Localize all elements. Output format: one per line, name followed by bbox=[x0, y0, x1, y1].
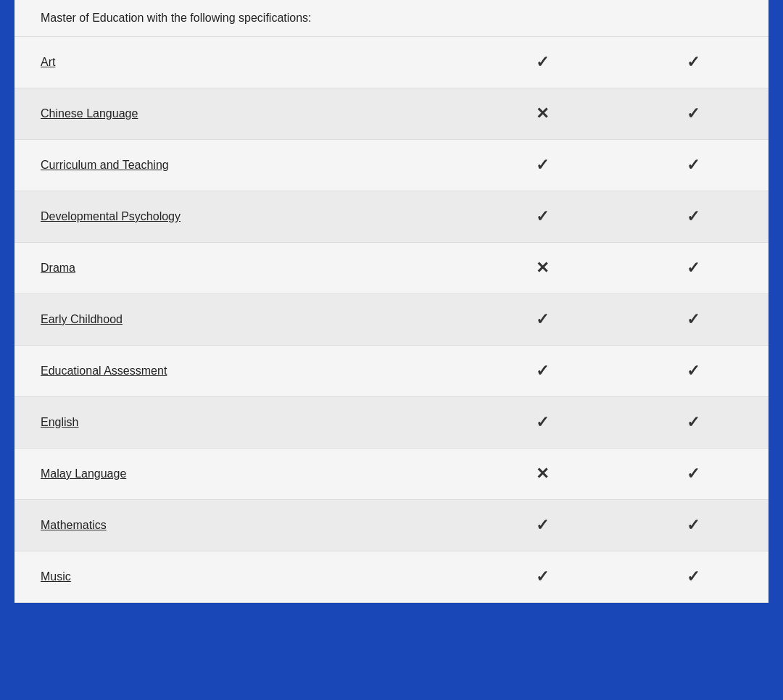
spec-link[interactable]: English bbox=[41, 416, 78, 428]
check-icon: ✓ bbox=[536, 310, 549, 328]
spec-link[interactable]: Art bbox=[41, 56, 55, 68]
check-icon: ✓ bbox=[536, 516, 549, 534]
spec-name-cell: Curriculum and Teaching bbox=[14, 140, 467, 191]
spec-link[interactable]: Music bbox=[41, 570, 71, 583]
check-icon: ✓ bbox=[536, 413, 549, 431]
col1-cell: ✓ bbox=[467, 551, 618, 603]
check-icon: ✓ bbox=[687, 53, 700, 71]
table-row: Art✓✓ bbox=[14, 37, 768, 88]
spec-name-cell: Music bbox=[14, 551, 467, 603]
check-icon: ✓ bbox=[687, 413, 700, 431]
check-icon: ✓ bbox=[536, 207, 549, 225]
spec-link[interactable]: Mathematics bbox=[41, 519, 107, 531]
cross-icon: ✕ bbox=[536, 464, 549, 483]
col1-cell: ✓ bbox=[467, 500, 618, 551]
check-icon: ✓ bbox=[687, 464, 700, 483]
spec-link[interactable]: Educational Assessment bbox=[41, 364, 167, 377]
col2-cell: ✓ bbox=[618, 500, 768, 551]
spec-name-cell: Art bbox=[14, 37, 467, 88]
table-row: Educational Assessment✓✓ bbox=[14, 346, 768, 397]
spec-name-cell: Developmental Psychology bbox=[14, 191, 467, 243]
table-row: Chinese Language✕✓ bbox=[14, 88, 768, 140]
spec-link[interactable]: Early Childhood bbox=[41, 313, 123, 325]
table-row: English✓✓ bbox=[14, 397, 768, 449]
col2-cell: ✓ bbox=[618, 551, 768, 603]
col1-cell: ✕ bbox=[467, 88, 618, 140]
check-icon: ✓ bbox=[536, 567, 549, 586]
col1-cell: ✓ bbox=[467, 37, 618, 88]
col2-cell: ✓ bbox=[618, 294, 768, 346]
table-row: Music✓✓ bbox=[14, 551, 768, 603]
col2-cell: ✓ bbox=[618, 37, 768, 88]
col1-cell: ✓ bbox=[467, 346, 618, 397]
check-icon: ✓ bbox=[536, 53, 549, 71]
spec-name-cell: English bbox=[14, 397, 467, 449]
spec-name-cell: Mathematics bbox=[14, 500, 467, 551]
col2-cell: ✓ bbox=[618, 191, 768, 243]
col2-cell: ✓ bbox=[618, 397, 768, 449]
table-row: Mathematics✓✓ bbox=[14, 500, 768, 551]
check-icon: ✓ bbox=[687, 207, 700, 225]
check-icon: ✓ bbox=[687, 516, 700, 534]
col2-cell: ✓ bbox=[618, 140, 768, 191]
spec-name-cell: Early Childhood bbox=[14, 294, 467, 346]
header-text: Master of Education with the following s… bbox=[41, 12, 312, 24]
check-icon: ✓ bbox=[687, 156, 700, 174]
table-row: Malay Language✕✓ bbox=[14, 449, 768, 500]
cross-icon: ✕ bbox=[536, 104, 549, 122]
col1-cell: ✓ bbox=[467, 140, 618, 191]
check-icon: ✓ bbox=[687, 104, 700, 122]
col2-cell: ✓ bbox=[618, 243, 768, 294]
spec-link[interactable]: Malay Language bbox=[41, 467, 126, 480]
spec-name-cell: Chinese Language bbox=[14, 88, 467, 140]
check-icon: ✓ bbox=[687, 567, 700, 586]
col1-cell: ✕ bbox=[467, 449, 618, 500]
col1-cell: ✓ bbox=[467, 191, 618, 243]
col2-cell: ✓ bbox=[618, 346, 768, 397]
col1-cell: ✓ bbox=[467, 294, 618, 346]
spec-link[interactable]: Developmental Psychology bbox=[41, 210, 181, 222]
col1-cell: ✓ bbox=[467, 397, 618, 449]
check-icon: ✓ bbox=[687, 259, 700, 277]
check-icon: ✓ bbox=[536, 362, 549, 380]
spec-name-cell: Malay Language bbox=[14, 449, 467, 500]
spec-link[interactable]: Curriculum and Teaching bbox=[41, 159, 169, 171]
check-icon: ✓ bbox=[687, 310, 700, 328]
specifications-table: Art✓✓Chinese Language✕✓Curriculum and Te… bbox=[14, 37, 768, 603]
table-row: Developmental Psychology✓✓ bbox=[14, 191, 768, 243]
cross-icon: ✕ bbox=[536, 259, 549, 277]
table-row: Curriculum and Teaching✓✓ bbox=[14, 140, 768, 191]
check-icon: ✓ bbox=[687, 362, 700, 380]
header-section: Master of Education with the following s… bbox=[14, 0, 768, 37]
spec-name-cell: Drama bbox=[14, 243, 467, 294]
spec-link[interactable]: Chinese Language bbox=[41, 107, 138, 120]
col1-cell: ✕ bbox=[467, 243, 618, 294]
spec-name-cell: Educational Assessment bbox=[14, 346, 467, 397]
table-row: Early Childhood✓✓ bbox=[14, 294, 768, 346]
col2-cell: ✓ bbox=[618, 449, 768, 500]
spec-link[interactable]: Drama bbox=[41, 262, 75, 274]
check-icon: ✓ bbox=[536, 156, 549, 174]
main-container: Master of Education with the following s… bbox=[14, 0, 768, 603]
col2-cell: ✓ bbox=[618, 88, 768, 140]
table-row: Drama✕✓ bbox=[14, 243, 768, 294]
